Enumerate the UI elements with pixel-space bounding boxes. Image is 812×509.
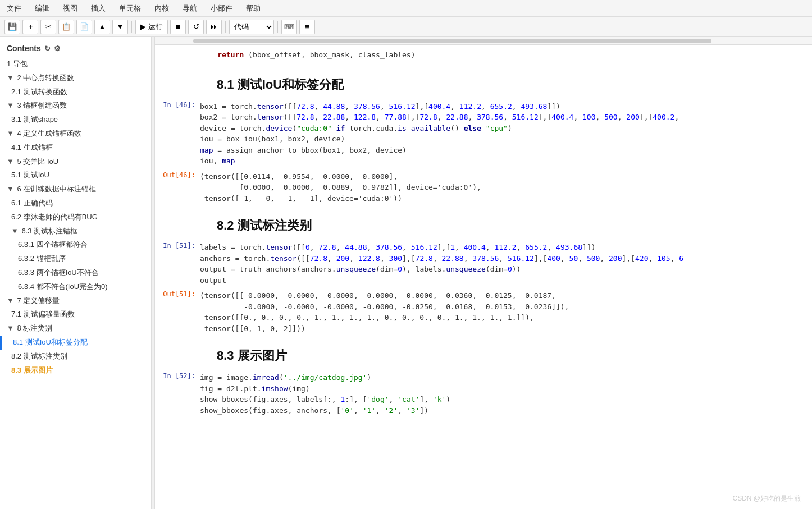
menu-edit[interactable]: 编辑 — [33, 2, 52, 15]
menu-bar: 文件 编辑 视图 插入 单元格 内核 导航 小部件 帮助 — [0, 0, 812, 17]
scroll-content: return (bbox_offset, bbox_mask, class_la… — [200, 47, 812, 63]
notebook-inner: return (bbox_offset, bbox_mask, class_la… — [155, 37, 812, 441]
toc-item-2-1[interactable]: 2.1 测试转换函数 — [0, 85, 151, 99]
cell-in-51-content[interactable]: labels = torch.tensor([[0, 72.8, 44.88, … — [200, 240, 812, 288]
cell-in-51-prompt: In [51]: — [155, 240, 200, 250]
toc-item-8[interactable]: ▼ 8 标注类别 — [0, 322, 151, 336]
toc-item-6-3-1[interactable]: 6.3.1 四个锚框都符合 — [0, 238, 151, 252]
toc-item-6-3-2[interactable]: 6.3.2 锚框乱序 — [0, 252, 151, 266]
cell-in-46-code: box1 = torch.tensor([[72.8, 44.88, 378.5… — [200, 99, 812, 169]
cell-in-46-prompt: In [46]: — [155, 99, 200, 109]
cell-in-46-row: In [46]: box1 = torch.tensor([[72.8, 44.… — [155, 99, 812, 169]
cut-button[interactable]: ✂ — [40, 20, 56, 34]
cell-in-52: In [52]: img = image.imread('../img/catd… — [155, 370, 812, 418]
toc-item-6-2[interactable]: 6.2 李沐老师的代码有BUG — [0, 210, 151, 224]
cell-in-51: In [51]: labels = torch.tensor([[0, 72.8… — [155, 240, 812, 336]
cell-in-52-code: img = image.imread('../img/catdog.jpg') … — [200, 370, 812, 418]
move-up-button[interactable]: ▲ — [94, 20, 110, 34]
contents-label: Contents — [7, 44, 41, 53]
menu-cell[interactable]: 单元格 — [117, 2, 143, 15]
toc-item-7[interactable]: ▼ 7 定义偏移量 — [0, 294, 151, 308]
section-8-2-title: 8.2 测试标注类别 — [217, 217, 801, 234]
toc-item-4-1[interactable]: 4.1 生成锚框 — [0, 141, 151, 155]
toc-item-3[interactable]: ▼ 3 锚框创建函数 — [0, 99, 151, 113]
copy-button[interactable]: 📋 — [58, 20, 74, 34]
toc-item-8-1[interactable]: 8.1 测试IoU和标签分配 — [0, 336, 151, 350]
toc-item-2[interactable]: ▼ 2 中心点转换函数 — [0, 71, 151, 85]
toolbar-sep-1 — [131, 21, 132, 33]
keyboard-button[interactable]: ⌨ — [281, 20, 297, 34]
toc-item-4[interactable]: ▼ 4 定义生成锚框函数 — [0, 127, 151, 141]
cell-in-46-content[interactable]: box1 = torch.tensor([[72.8, 44.88, 378.5… — [200, 99, 812, 169]
toc-item-6-3-3[interactable]: 6.3.3 两个锚框IoU不符合 — [0, 266, 151, 280]
sidebar: Contents ↻ ⚙ 1 导包 ▼ 2 中心点转换函数 2.1 测试转换函数… — [0, 37, 152, 509]
cell-in-52-row: In [52]: img = image.imread('../img/catd… — [155, 370, 812, 418]
toolbar-sep-2 — [225, 21, 226, 33]
menu-insert[interactable]: 插入 — [89, 2, 108, 15]
scroll-prompt — [155, 47, 200, 49]
notebook-area[interactable]: return (bbox_offset, bbox_mask, class_la… — [155, 37, 812, 509]
toc-item-8-1-wrapper: 8.1 测试IoU和标签分配 — [0, 336, 151, 350]
menu-button[interactable]: ≡ — [299, 20, 315, 34]
cell-out-46-content: (tensor([[0.0114, 0.9554, 0.0000, 0.0000… — [200, 169, 812, 207]
scroll-code: return (bbox_offset, bbox_mask, class_la… — [200, 47, 812, 63]
paste-button[interactable]: 📄 — [76, 20, 92, 34]
horizontal-scrollbar[interactable] — [155, 37, 812, 45]
menu-view[interactable]: 视图 — [61, 2, 80, 15]
restart-run-button[interactable]: ⏭ — [206, 20, 222, 34]
section-8-1-heading: 8.1 测试IoU和标签分配 — [155, 65, 812, 99]
csdn-watermark: CSDN @好吃的是生煎 — [732, 494, 801, 503]
refresh-icon[interactable]: ↻ — [44, 44, 51, 53]
cell-in-51-code: labels = torch.tensor([[0, 72.8, 44.88, … — [200, 240, 812, 288]
toolbar-sep-3 — [277, 21, 278, 33]
toc-item-7-1[interactable]: 7.1 测试偏移量函数 — [0, 308, 151, 322]
toc-item-6-1[interactable]: 6.1 正确代码 — [0, 196, 151, 210]
toolbar: 💾 ＋ ✂ 📋 📄 ▲ ▼ ▶ 运行 ■ ↺ ⏭ 代码 ⌨ ≡ — [0, 17, 812, 37]
cell-out-51-output: (tensor([[-0.0000, -0.0000, -0.0000, -0.… — [200, 288, 812, 336]
menu-help[interactable]: 帮助 — [244, 2, 263, 15]
sidebar-title: Contents ↻ ⚙ — [0, 42, 151, 57]
toc-item-6-3-4[interactable]: 6.3.4 都不符合(IoU完全为0) — [0, 280, 151, 294]
section-8-3-title: 8.3 展示图片 — [217, 347, 801, 364]
cell-out-46-output: (tensor([[0.0114, 0.9554, 0.0000, 0.0000… — [200, 169, 812, 207]
cell-in-46: In [46]: box1 = torch.tensor([[72.8, 44.… — [155, 99, 812, 207]
cell-in-52-content[interactable]: img = image.imread('../img/catdog.jpg') … — [200, 370, 812, 418]
cell-out-51-content: (tensor([[-0.0000, -0.0000, -0.0000, -0.… — [200, 288, 812, 336]
toc-item-8-2[interactable]: 8.2 测试标注类别 — [0, 350, 151, 364]
cell-out-51-row: Out[51]: (tensor([[-0.0000, -0.0000, -0.… — [155, 288, 812, 336]
menu-navigate[interactable]: 导航 — [180, 2, 199, 15]
toc-item-5-1[interactable]: 5.1 测试IoU — [0, 168, 151, 182]
cell-in-52-prompt: In [52]: — [155, 370, 200, 380]
settings-icon[interactable]: ⚙ — [54, 44, 61, 53]
menu-file[interactable]: 文件 — [4, 2, 24, 15]
run-icon: ▶ — [140, 22, 146, 31]
cell-in-51-row: In [51]: labels = torch.tensor([[0, 72.8… — [155, 240, 812, 288]
menu-kernel[interactable]: 内核 — [152, 2, 171, 15]
cell-type-select[interactable]: 代码 — [229, 20, 274, 34]
toc-item-8-3[interactable]: 8.3 展示图片 — [0, 364, 151, 378]
cell-out-51-prompt: Out[51]: — [155, 288, 200, 298]
active-indicator — [0, 336, 2, 350]
section-8-2-heading: 8.2 测试标注类别 — [155, 206, 812, 240]
main-area: Contents ↻ ⚙ 1 导包 ▼ 2 中心点转换函数 2.1 测试转换函数… — [0, 37, 812, 509]
toc-item-6[interactable]: ▼ 6 在训练数据中标注锚框 — [0, 182, 151, 196]
stop-button[interactable]: ■ — [170, 20, 186, 34]
add-cell-button[interactable]: ＋ — [22, 20, 38, 34]
scrollbar-thumb — [193, 39, 711, 43]
save-button[interactable]: 💾 — [4, 20, 20, 34]
restart-button[interactable]: ↺ — [188, 20, 204, 34]
section-8-3-heading: 8.3 展示图片 — [155, 336, 812, 370]
toc-item-5[interactable]: ▼ 5 交并比 IoU — [0, 155, 151, 169]
toc-item-6-3[interactable]: ▼ 6.3 测试标注锚框 — [0, 224, 151, 239]
menu-widgets[interactable]: 小部件 — [208, 2, 235, 15]
cell-out-46-row: Out[46]: (tensor([[0.0114, 0.9554, 0.000… — [155, 169, 812, 207]
section-8-1-title: 8.1 测试IoU和标签分配 — [217, 76, 801, 93]
toc-item-1[interactable]: 1 导包 — [0, 57, 151, 71]
run-button[interactable]: ▶ 运行 — [135, 20, 168, 34]
toc-item-3-1[interactable]: 3.1 测试shape — [0, 113, 151, 127]
cell-out-46-prompt: Out[46]: — [155, 169, 200, 179]
run-label: 运行 — [148, 22, 163, 32]
scroll-code-cell: return (bbox_offset, bbox_mask, class_la… — [155, 45, 812, 65]
move-down-button[interactable]: ▼ — [112, 20, 128, 34]
